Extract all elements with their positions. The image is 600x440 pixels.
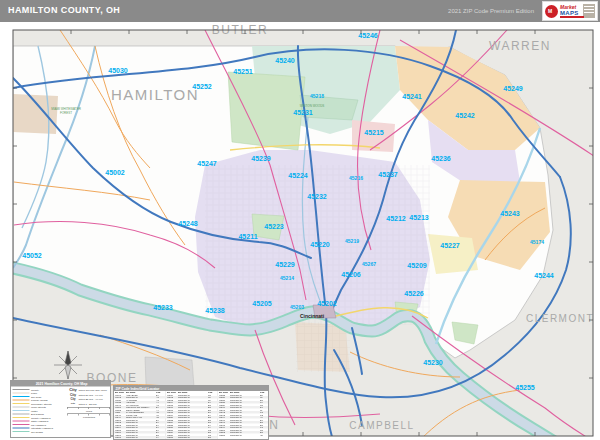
zip-index-table: ZIP Code Index/Grid Locator ZIP CodeZIP … [113, 385, 269, 440]
zip-code-label: 45249 [503, 85, 523, 92]
legend-items: CountyPlaceZIP CodePrimary RoadsSecondar… [11, 387, 68, 434]
zip-code-label: 45232 [307, 193, 327, 200]
zip-index-column-group: ZIP CodeZIP NameGrid45211CINCINNATIC3452… [166, 391, 218, 440]
zip-code-label: 45237 [378, 171, 398, 178]
zip-code-label: 45215 [364, 129, 384, 136]
zip-code-label: 45244 [534, 272, 554, 279]
city-label: Cincinnati [300, 313, 325, 319]
zip-code-label: 45229 [275, 261, 295, 268]
zip-code-label: 45233 [153, 304, 173, 311]
scale-bar: Kilometers [68, 414, 111, 419]
city-class-label: Cities 100,000 and Above [79, 388, 108, 391]
legend-item: Toll Roads [13, 430, 67, 434]
legend-swatch [13, 427, 30, 428]
park-label: WINTON WOODS [300, 104, 325, 108]
legend-swatch [13, 431, 30, 432]
zip-code-label: 45231 [293, 109, 313, 116]
legend-scale-bars: MilesKilometers [68, 407, 111, 419]
marketmaps-logo: M Market MAPS [542, 1, 598, 21]
zip-index-column-group: ZIP CodeZIP NameGrid45233CINCINNATIB5452… [218, 391, 269, 440]
zip-code-label: 45240 [275, 57, 295, 64]
edition-label: 2021 ZIP Code Premium Edition [448, 8, 534, 14]
city-sample: City [68, 402, 79, 405]
zip-code-label: 45226 [404, 290, 424, 297]
zip-code-label: 45213 [409, 214, 429, 221]
legend-item-label: Toll Roads [31, 430, 43, 433]
zip-index-cell: 45255 [218, 434, 230, 437]
zip-code-label: 45247 [197, 160, 217, 167]
park-label: FOREST [60, 111, 72, 115]
zip-code-label: 45212 [386, 215, 406, 222]
scale-bar: Miles [68, 407, 111, 412]
zip-code-label: 45252 [192, 83, 212, 90]
legend-swatch [13, 420, 30, 421]
scale-bar-label: Kilometers [68, 416, 111, 419]
city-class-label: Cities 1 - 25,000 [79, 402, 97, 405]
zip-code-label: 45218 [310, 93, 324, 99]
zip-index-groups: ZIP CodeZIP NameGrid45001ADDYSTONB445002… [114, 391, 269, 440]
logo-underline [560, 16, 584, 18]
zip-code-label: 45030 [108, 67, 128, 74]
zip-code-label: 45239 [251, 155, 271, 162]
scale-bar-label: Miles [68, 409, 111, 412]
zip-code-label: 45223 [264, 223, 284, 230]
zip-code-label: 45209 [407, 262, 427, 269]
logo-badge-icon: M [545, 5, 558, 18]
legend-city-class: CityCities 1 - 25,000 [68, 401, 111, 406]
zip-code-label: 45214 [280, 275, 294, 281]
zip-code-label: 45203 [290, 304, 304, 310]
zip-index-cell: H5 [260, 434, 268, 437]
legend-swatch [13, 413, 30, 414]
legend-swatch [13, 417, 30, 418]
zip-code-label: 45241 [402, 93, 422, 100]
header-bar: HAMILTON COUNTY, OH 2021 ZIP Code Premiu… [0, 0, 600, 22]
legend-swatch [13, 389, 30, 390]
zip-code-label: 45002 [105, 169, 125, 176]
city-labels-layer: Cincinnati [300, 313, 325, 319]
county-label: CLERMONT [526, 313, 594, 324]
legend-swatch [13, 410, 30, 411]
zip-code-label: 45216 [349, 175, 363, 181]
zip-code-label: 45236 [431, 155, 451, 162]
legend-swatch [13, 424, 30, 425]
map-canvas: BUTLERWARRENHAMILTONBOONEKENTONCAMPBELLC… [0, 22, 600, 440]
map-legend: 2021 Hamilton County, OH Map CountyPlace… [10, 380, 111, 438]
legend-swatch [13, 403, 30, 404]
zip-code-label: 45238 [205, 307, 225, 314]
zip-code-label: 45219 [345, 238, 359, 244]
zip-index-column-group: ZIP CodeZIP NameGrid45001ADDYSTONB445002… [114, 391, 166, 440]
zip-code-label: 45230 [423, 359, 443, 366]
zip-code-label: 45202 [317, 300, 337, 307]
zip-code-label: 45227 [440, 242, 460, 249]
city-class-label: Cities 25,001 - 49,999 [79, 397, 103, 400]
city-sample: City [68, 388, 79, 393]
county-label: CAMPBELL [349, 420, 414, 431]
legend-swatch [13, 399, 30, 400]
city-class-label: Cities 50,001 - 99,999 [79, 393, 103, 396]
zip-index-row: 45255CINCINNATIH5 [218, 434, 269, 437]
county-label: HAMILTON [111, 86, 199, 103]
legend-swatch [13, 396, 30, 397]
zip-code-label: 45211 [238, 233, 257, 240]
zip-index-cell: CINCINNATI [230, 434, 260, 437]
zip-code-label: 45243 [500, 210, 520, 217]
zip-code-label: 45248 [178, 220, 198, 227]
zip-code-label: 45052 [22, 252, 42, 259]
legend-swatch [13, 406, 30, 407]
city-sample: City [68, 393, 79, 397]
zip-code-label: 45174 [530, 239, 544, 245]
legend-city-classes: CityCities 100,000 and AboveCityCities 5… [68, 388, 111, 406]
zip-code-label: 45267 [362, 261, 376, 267]
city-sample: City [68, 397, 79, 400]
zip-code-label: 45220 [310, 241, 330, 248]
zip-code-label: 45205 [252, 300, 272, 307]
map-page: HAMILTON COUNTY, OH 2021 ZIP Code Premiu… [0, 0, 600, 440]
zip-code-label: 45206 [341, 271, 361, 278]
harrison-place [13, 94, 58, 134]
zip-code-label: 45242 [455, 112, 475, 119]
logo-text-block [583, 4, 595, 18]
zip-code-label: 45251 [233, 68, 253, 75]
zip-code-label: 45255 [515, 384, 535, 391]
page-title: HAMILTON COUNTY, OH [8, 5, 120, 15]
zip-code-label: 45224 [288, 172, 308, 179]
